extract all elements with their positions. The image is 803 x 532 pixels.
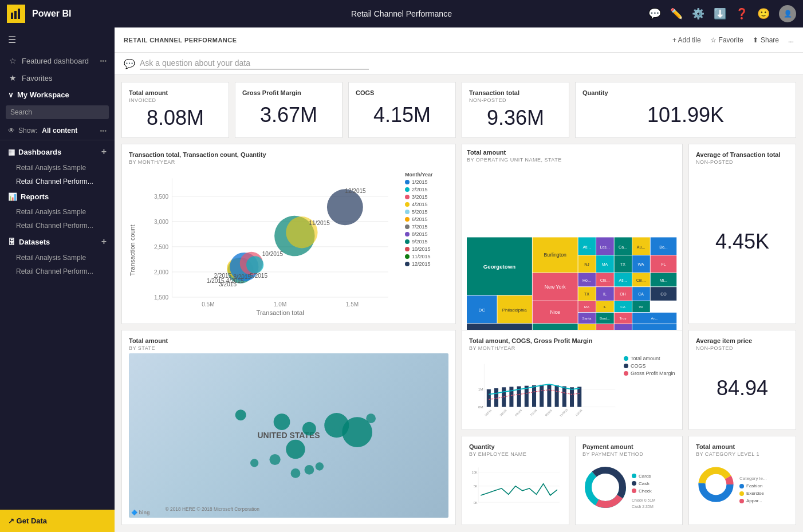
dashboard-icon: ▦ xyxy=(8,148,15,156)
svg-rect-147 xyxy=(509,387,513,407)
tile-total-cogs-line[interactable]: Total amount, COGS, Gross Profit Margin … xyxy=(462,330,683,431)
tile-total-amount-state[interactable]: Total amount BY STATE UNITED STATES xyxy=(121,330,456,525)
sidebar-item-retail-channel-dash[interactable]: Retail Channel Perform... xyxy=(0,175,115,188)
download-icon[interactable]: ⬇️ xyxy=(714,7,726,20)
sidebar-item-retail-channel-dataset[interactable]: Retail Channel Perform... xyxy=(0,265,115,278)
edit-icon[interactable]: ✏️ xyxy=(670,7,683,20)
svg-text:WA: WA xyxy=(638,262,644,266)
dashboards-header[interactable]: ▦ Dashboards + xyxy=(0,143,115,161)
svg-text:An...: An... xyxy=(651,316,658,320)
tile-transaction-total-kpi-subtitle: NON-POSTED xyxy=(469,97,562,103)
sidebar-item-retail-channel-report[interactable]: Retail Channel Perform... xyxy=(0,219,115,232)
svg-text:Los...: Los... xyxy=(600,245,609,249)
get-data-button[interactable]: ↗ Get Data xyxy=(0,510,115,532)
tile-avg-transaction[interactable]: Average of Transaction total NON-POSTED … xyxy=(688,144,796,324)
sidebar-item-retail-analysis-dataset[interactable]: Retail Analysis Sample xyxy=(0,251,115,265)
svg-text:Au...: Au... xyxy=(637,245,645,249)
search-input[interactable] xyxy=(6,105,109,119)
tile-total-amount-category[interactable]: Total amount BY CATEGORY LEVEL 1 Categor… xyxy=(688,436,796,525)
featured-more-icon[interactable]: ••• xyxy=(100,57,107,64)
tile-transaction-total-kpi[interactable]: Transaction total NON-POSTED 9.36M xyxy=(462,82,569,138)
svg-rect-155 xyxy=(570,387,574,407)
svg-text:MA: MA xyxy=(602,262,608,266)
svg-text:0M: 0M xyxy=(478,405,483,409)
add-dashboard-icon[interactable]: + xyxy=(101,147,107,157)
hamburger-menu[interactable]: ☰ xyxy=(0,27,115,52)
avatar-icon[interactable]: 👤 xyxy=(779,5,796,22)
svg-text:TX: TX xyxy=(584,292,589,296)
app-logo[interactable] xyxy=(7,5,25,23)
tile-cat-title: Total amount xyxy=(696,443,789,450)
tile-cogs[interactable]: COGS 4.15M xyxy=(348,82,456,138)
sidebar-item-retail-analysis-dash[interactable]: Retail Analysis Sample xyxy=(0,161,115,175)
tile-quantity-employee[interactable]: Quantity BY EMPLOYEE NAME 0K 5K 10K xyxy=(462,436,569,525)
legend-item: 2/2015 xyxy=(405,187,448,192)
comment-icon[interactable]: 💬 xyxy=(648,7,661,20)
share-button[interactable]: ⬆ Share xyxy=(753,36,779,44)
tile-total-cogs-title: Total amount, COGS, Gross Profit Margin xyxy=(469,337,675,344)
datasets-header[interactable]: 🗄 Datasets + xyxy=(0,232,115,251)
sidebar-item-favorites[interactable]: ★ Favorites xyxy=(0,69,115,86)
svg-text:0K: 0K xyxy=(474,501,478,505)
tile-gross-profit-value: 3.67M xyxy=(242,100,335,131)
svg-text:DC: DC xyxy=(479,308,486,313)
show-more-icon[interactable]: ••• xyxy=(100,127,107,134)
payment-legend: Cards Cash Check Check 0.51M Cash 2.35M xyxy=(632,462,655,518)
cat-chart-container: Category le... FashionExerciseAppar... xyxy=(696,459,789,518)
svg-text:3/2015: 3/2015 xyxy=(499,409,507,417)
tile-transaction-chart[interactable]: Transaction total, Transaction count, Qu… xyxy=(121,144,456,324)
svg-text:Atl...: Atl... xyxy=(619,278,627,282)
svg-text:Mi...: Mi... xyxy=(660,278,667,282)
tile-avg-item-price[interactable]: Average item price NON-POSTED 84.94 xyxy=(688,330,796,431)
svg-text:MA: MA xyxy=(584,305,590,309)
svg-text:© 2018 HERE © 2018 Microsoft C: © 2018 HERE © 2018 Microsoft Corporation xyxy=(166,506,260,512)
tile-quantity-kpi[interactable]: Quantity 101.99K xyxy=(575,82,796,138)
tile-avg-tx-value: 4.45K xyxy=(696,167,789,317)
reports-icon: 📊 xyxy=(8,192,17,201)
svg-text:Philadelphia: Philadelphia xyxy=(502,308,528,313)
svg-text:10/2015: 10/2015 xyxy=(262,251,284,257)
legend-item: 12/2015 xyxy=(405,261,448,267)
tile-gross-profit[interactable]: Gross Profit Margin 3.67M xyxy=(235,82,343,138)
favorite-button[interactable]: ☆ Favorite xyxy=(710,36,743,44)
app-title: Power BI xyxy=(32,9,71,19)
map-dots-svg: © 2018 HERE © 2018 Microsoft Corporation xyxy=(129,353,448,518)
reports-header[interactable]: 📊 Reports xyxy=(0,188,115,205)
my-workspace-header[interactable]: ∨ My Workspace xyxy=(0,86,115,103)
add-tile-button[interactable]: + Add tile xyxy=(672,36,701,44)
tile-quantity-kpi-title: Quantity xyxy=(582,89,789,96)
main-layout: ☰ ☆ Featured dashboard ••• ★ Favorites ∨… xyxy=(0,27,803,532)
svg-text:Bo...: Bo... xyxy=(659,245,667,249)
add-dataset-icon[interactable]: + xyxy=(101,237,107,247)
tile-payment-amount[interactable]: Payment amount BY PAYMENT METHOD Cards C… xyxy=(575,436,683,525)
svg-text:3,500: 3,500 xyxy=(154,193,169,199)
more-options-button[interactable]: ... xyxy=(788,36,794,44)
help-icon[interactable]: ❓ xyxy=(735,7,748,20)
svg-point-127 xyxy=(274,413,290,430)
tile-avg-price-title: Average item price xyxy=(696,337,789,344)
datasets-icon: 🗄 xyxy=(8,238,15,246)
qa-input[interactable] xyxy=(140,57,369,70)
svg-text:7/2015: 7/2015 xyxy=(529,409,537,417)
svg-rect-154 xyxy=(562,386,566,407)
svg-text:CA: CA xyxy=(638,292,644,296)
show-all-content[interactable]: 👁 Show: All content ••• xyxy=(0,124,115,137)
smiley-icon[interactable]: 🙂 xyxy=(757,7,770,20)
tile-avg-tx-title: Average of Transaction total xyxy=(696,151,789,158)
svg-point-135 xyxy=(291,468,301,478)
tile-transaction-chart-title: Transaction total, Transaction count, Qu… xyxy=(129,151,448,158)
share-icon: ⬆ xyxy=(753,36,758,44)
bing-logo: 🔷 bing xyxy=(131,510,150,515)
svg-text:1M: 1M xyxy=(478,387,483,391)
svg-text:IL: IL xyxy=(603,292,607,296)
tile-total-amount[interactable]: Total amount INVOICED 8.08M xyxy=(121,82,229,138)
tile-total-amount-title: Total amount xyxy=(129,89,222,96)
line-chart-svg: 0M 1M xyxy=(469,356,620,423)
tile-avg-price-value: 84.94 xyxy=(696,353,789,423)
tile-quantity-kpi-value: 101.99K xyxy=(582,100,789,131)
svg-point-133 xyxy=(269,454,280,465)
sidebar-item-featured[interactable]: ☆ Featured dashboard ••• xyxy=(0,52,115,69)
settings-icon[interactable]: ⚙️ xyxy=(692,7,704,20)
favorites-icon: ★ xyxy=(8,73,17,82)
sidebar-item-retail-analysis-report[interactable]: Retail Analysis Sample xyxy=(0,205,115,219)
